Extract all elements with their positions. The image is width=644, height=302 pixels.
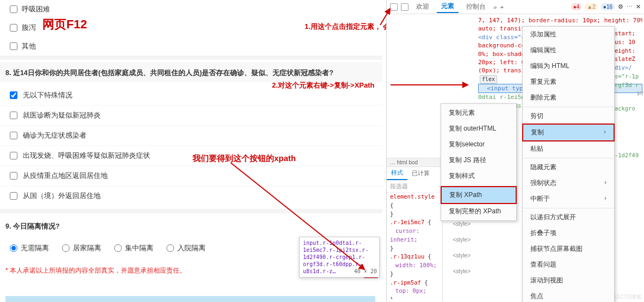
- checkbox[interactable]: [10, 172, 17, 180]
- ctx-item[interactable]: 复制完整的 XPath: [441, 204, 516, 219]
- q9-radio[interactable]: 入院隔离: [166, 243, 206, 253]
- option-label: 就医诊断为疑似新冠肺炎: [23, 110, 101, 120]
- ctx-item[interactable]: 删除元素: [523, 90, 614, 106]
- info-badge[interactable]: ●16: [601, 3, 615, 10]
- q7-option[interactable]: 其他: [0, 37, 382, 56]
- ctx-item[interactable]: 复制样式: [441, 168, 516, 184]
- context-menu-main: 添加属性编辑属性编辑为 HTML重复元素删除元素剪切复制粘贴隐藏元素强制状态中断…: [522, 26, 615, 302]
- ctx-item[interactable]: 剪切: [523, 108, 614, 124]
- tab-computed[interactable]: 已计算: [407, 167, 434, 180]
- q9-radio[interactable]: 居家隔离: [62, 243, 101, 253]
- option-label: 腹泻: [22, 23, 36, 33]
- q8-option[interactable]: 就医诊断为疑似新冠肺炎: [0, 105, 382, 125]
- warn-badge[interactable]: ▲2: [585, 3, 597, 10]
- tooltip-dimensions: 40 × 20: [354, 268, 377, 275]
- option-label: 确诊为无症状感染者: [23, 131, 86, 140]
- option-label: 从国（境）外返回居住地: [23, 191, 101, 201]
- ctx-item[interactable]: 编辑为 HTML: [523, 58, 614, 74]
- ctx-item[interactable]: 复制 JS 路径: [441, 152, 516, 168]
- ctx-item[interactable]: 复制 XPath: [441, 186, 517, 204]
- q8-option[interactable]: 从疫情重点地区返回居住地: [0, 165, 382, 186]
- ctx-item[interactable]: 添加属性: [523, 27, 614, 42]
- ctx-item[interactable]: 粘贴: [523, 141, 614, 157]
- ctx-item[interactable]: 中断于: [523, 191, 614, 207]
- tab-styles[interactable]: 样式: [387, 167, 407, 180]
- element-tooltip: input.r-1p0dtai.r-1ei5mc7.r-1pi2tsx.r-1d…: [299, 237, 380, 278]
- ctx-item[interactable]: 强制状态: [523, 175, 614, 191]
- radio[interactable]: [62, 244, 70, 252]
- ctx-item[interactable]: 查看问题: [523, 257, 614, 273]
- checkbox[interactable]: [10, 192, 17, 200]
- device-icon[interactable]: [401, 3, 408, 11]
- more-tabs-icon[interactable]: »: [493, 4, 497, 10]
- option-label: 出现发烧、呼吸困难等疑似新冠肺炎症状: [23, 151, 150, 161]
- tab-console[interactable]: 控制台: [462, 1, 490, 13]
- ctx-item[interactable]: 复制selector: [441, 137, 516, 152]
- error-badge[interactable]: ●4: [571, 3, 582, 10]
- ctx-item[interactable]: 以递归方式展开: [523, 209, 614, 225]
- tab-welcome[interactable]: 欢迎: [412, 1, 434, 13]
- annotation-title: 网页F12: [42, 16, 87, 33]
- context-menu-copy: 复制元素复制 outerHTML复制selector复制 JS 路径复制样式复制…: [441, 103, 517, 221]
- styles-tabs: 样式 已计算: [387, 167, 441, 180]
- radio[interactable]: [114, 244, 122, 252]
- checkbox[interactable]: [10, 112, 17, 119]
- checkbox[interactable]: [10, 42, 17, 50]
- tab-elements[interactable]: 元素: [437, 1, 459, 13]
- checkbox[interactable]: [10, 24, 17, 32]
- submit-button[interactable]: 提交信息: [5, 296, 375, 302]
- ctx-item[interactable]: 复制: [522, 124, 615, 141]
- ctx-item[interactable]: 折叠子项: [523, 225, 614, 241]
- option-label: 其他: [22, 41, 36, 51]
- q8-option[interactable]: 确诊为无症状感染者: [0, 125, 382, 145]
- checkbox[interactable]: [10, 91, 17, 99]
- q8-option[interactable]: 出现发烧、呼吸困难等疑似新冠肺炎症状: [0, 145, 382, 165]
- devtools-toolbar: 欢迎 元素 控制台 » + ●4 ▲2 ●16 ⚙ ⋯ ✕: [387, 0, 644, 14]
- q8-option[interactable]: 从国（境）外返回居住地: [0, 186, 382, 206]
- ctx-item[interactable]: 重复元素: [523, 74, 614, 90]
- q9-radio[interactable]: 集中隔离: [114, 243, 153, 253]
- ctx-item[interactable]: 捕获节点屏幕截图: [523, 241, 614, 257]
- add-tab-icon[interactable]: +: [500, 4, 504, 10]
- radio[interactable]: [10, 244, 17, 252]
- option-label: 无以下特殊情况: [23, 90, 72, 100]
- checkbox[interactable]: [10, 152, 17, 159]
- option-label: 呼吸困难: [22, 4, 50, 14]
- ctx-item[interactable]: 复制元素: [441, 105, 516, 121]
- q9-radio[interactable]: 无需隔离: [10, 243, 49, 253]
- annotation-step2: 2.对这个元素右键->复制->XPath: [272, 81, 375, 90]
- option-label: 从疫情重点地区返回居住地: [23, 171, 108, 181]
- ctx-item[interactable]: 复制 outerHTML: [441, 121, 516, 137]
- q7-option[interactable]: 呼吸困难: [0, 0, 382, 19]
- close-icon[interactable]: ✕: [636, 3, 641, 10]
- link-icon[interactable]: ⋯: [627, 3, 633, 10]
- elements-breadcrumb[interactable]: … html bod: [387, 158, 441, 167]
- flex-chip[interactable]: flex: [480, 75, 497, 84]
- checkbox[interactable]: [10, 132, 17, 139]
- radio[interactable]: [166, 244, 174, 252]
- ctx-item[interactable]: 焦点: [523, 288, 614, 302]
- q9-heading: 9. 今日隔离情况?: [0, 215, 382, 236]
- annotation-caption: 我们要得到这个按钮的xpath: [193, 152, 296, 164]
- ctx-item[interactable]: 编辑属性: [523, 42, 614, 58]
- ctx-item[interactable]: 滚动到视图: [523, 273, 614, 288]
- checkbox[interactable]: [10, 5, 17, 13]
- q8-heading: 8. 近14日你和你的共同居住者(包括家庭成员、共同租住的人员)是否存在确诊、疑…: [0, 62, 382, 82]
- inspect-icon[interactable]: [390, 3, 398, 11]
- gear-icon[interactable]: ⚙: [618, 3, 623, 10]
- css-rules[interactable]: element.style {} .r-1ei5mc7 {cursor: inh…: [387, 190, 442, 299]
- ctx-item[interactable]: 隐藏元素: [523, 159, 614, 175]
